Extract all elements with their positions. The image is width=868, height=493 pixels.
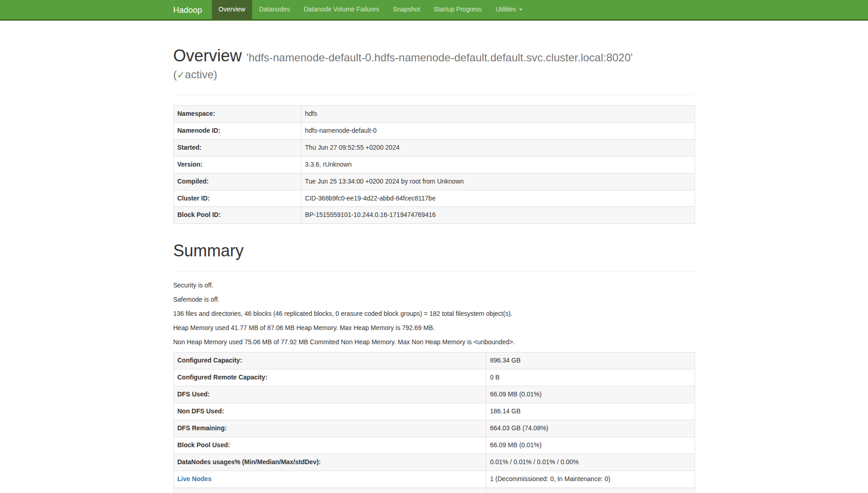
table-row: Compiled: Tue Jun 25 13:34:00 +0200 2024… [173,173,695,190]
brand-hadoop: Hadoop [173,0,209,19]
row-label: DFS Remaining: [173,420,486,437]
live-nodes-link[interactable]: Live Nodes [178,475,212,482]
row-value: BP-1515559101-10.244.0.16-1719474769416 [301,207,695,224]
row-value: 896.34 GB [486,352,695,369]
table-row: Live Nodes 1 (Decommissioned: 0, In Main… [173,471,695,488]
safemode-status-text: Safemode is off. [173,295,695,304]
row-value: Thu Jun 27 09:52:55 +0200 2024 [301,139,695,156]
table-row: Version: 3.3.6, rUnknown [173,156,695,173]
table-row: Configured Capacity: 896.34 GB [173,352,695,369]
row-value: 664.03 GB (74.08%) [486,420,695,437]
row-value: 0 B [486,369,695,386]
non-heap-memory-text: Non Heap Memory used 75.06 MB of 77.92 M… [173,338,695,347]
row-value: 66.09 MB (0.01%) [486,437,695,454]
row-value: Tue Jun 25 13:34:00 +0200 2024 by root f… [301,173,695,190]
namenode-address-subtitle: 'hdfs-namenode-default-0.hdfs-namenode-d… [247,51,633,64]
row-value: CID-368b9fc0-ee19-4d22-abbd-84fcec8117be [301,190,695,207]
row-label: Dead Nodes [173,488,486,493]
row-label: Cluster ID: [173,190,301,207]
table-row: DataNodes usages% (Min/Median/Max/stdDev… [173,454,695,471]
top-navbar: Hadoop Overview Datanodes Datanode Volum… [0,0,868,21]
row-value: 1 (Decommissioned: 0, In Maintenance: 0) [486,471,695,488]
status-close-paren: ) [214,68,217,81]
table-row: Dead Nodes 0 (Decommissioned: 0, In Main… [173,488,695,493]
row-label: Namespace: [173,105,301,122]
table-row: Namespace: hdfs [173,105,695,122]
nav-dropdown-utilities-label: Utilities [496,5,516,14]
row-value: hdfs-namenode-default-0 [301,122,695,139]
row-label: Compiled: [173,173,301,190]
status-badge: active [185,68,214,81]
row-label: Configured Capacity: [173,352,486,369]
row-label: DataNodes usages% (Min/Median/Max/stdDev… [173,454,486,471]
table-row: Configured Remote Capacity: 0 B [173,369,695,386]
row-label: Non DFS Used: [173,403,486,420]
row-label: Block Pool Used: [173,437,486,454]
row-label: Namenode ID: [173,122,301,139]
nav-tab-datanode-volume-failures-label: Datanode Volume Failures [304,5,379,14]
heap-memory-text: Heap Memory used 41.77 MB of 87.06 MB He… [173,324,695,333]
nav-tab-startup-progress[interactable]: Startup Progress [427,0,489,19]
summary-paragraphs: Security is off. Safemode is off. 136 fi… [173,281,695,347]
nav-tab-datanodes[interactable]: Datanodes [252,0,297,19]
main-content: Overview 'hdfs-namenode-default-0.hdfs-n… [173,46,695,493]
row-label: Configured Remote Capacity: [173,369,486,386]
table-row: Started: Thu Jun 27 09:52:55 +0200 2024 [173,139,695,156]
nav-tab-snapshot-label: Snapshot [393,5,420,14]
nav-tab-overview-label: Overview [219,5,245,14]
row-value: 186.14 GB [486,403,695,420]
table-row: DFS Remaining: 664.03 GB (74.08%) [173,420,695,437]
nav-tab-datanode-volume-failures[interactable]: Datanode Volume Failures [297,0,386,19]
nav-tab-snapshot[interactable]: Snapshot [386,0,427,19]
row-value: 66.09 MB (0.01%) [486,386,695,403]
page-title-text: Overview [173,46,242,65]
namenode-status-line: (✓active) [173,67,695,81]
navbar-container: Hadoop Overview Datanodes Datanode Volum… [173,0,695,19]
summary-title: Summary [173,241,695,260]
overview-page-header: Overview 'hdfs-namenode-default-0.hdfs-n… [173,46,695,96]
nav-tab-datanodes-label: Datanodes [259,5,290,14]
table-row: Cluster ID: CID-368b9fc0-ee19-4d22-abbd-… [173,190,695,207]
row-label: Started: [173,139,301,156]
table-row: Block Pool ID: BP-1515559101-10.244.0.16… [173,207,695,224]
nav-tab-startup-progress-label: Startup Progress [434,5,482,14]
row-label: DFS Used: [173,386,486,403]
table-row: Namenode ID: hdfs-namenode-default-0 [173,122,695,139]
summary-section-header: Summary [173,241,695,271]
row-value: 0.01% / 0.01% / 0.01% / 0.00% [486,454,695,471]
row-value: 0 (Decommissioned: 0, In Maintenance: 0) [486,488,695,493]
row-label: Block Pool ID: [173,207,301,224]
table-row: DFS Used: 66.09 MB (0.01%) [173,386,695,403]
row-label: Live Nodes [173,471,486,488]
row-value: 3.3.6, rUnknown [301,156,695,173]
check-icon: ✓ [177,70,185,80]
summary-table: Configured Capacity: 896.34 GB Configure… [173,352,695,493]
security-status-text: Security is off. [173,281,695,290]
filesystem-objects-text: 136 files and directories, 46 blocks (46… [173,309,695,319]
row-label: Version: [173,156,301,173]
table-row: Block Pool Used: 66.09 MB (0.01%) [173,437,695,454]
nav-dropdown-utilities[interactable]: Utilities [489,0,529,19]
status-open-paren: ( [173,68,177,81]
page-title: Overview 'hdfs-namenode-default-0.hdfs-n… [173,46,695,65]
row-value: hdfs [301,105,695,122]
caret-down-icon [519,9,523,11]
table-row: Non DFS Used: 186.14 GB [173,403,695,420]
navbar-menu: Overview Datanodes Datanode Volume Failu… [212,0,529,19]
namenode-info-table: Namespace: hdfs Namenode ID: hdfs-nameno… [173,105,695,224]
nav-tab-overview[interactable]: Overview [212,0,252,19]
